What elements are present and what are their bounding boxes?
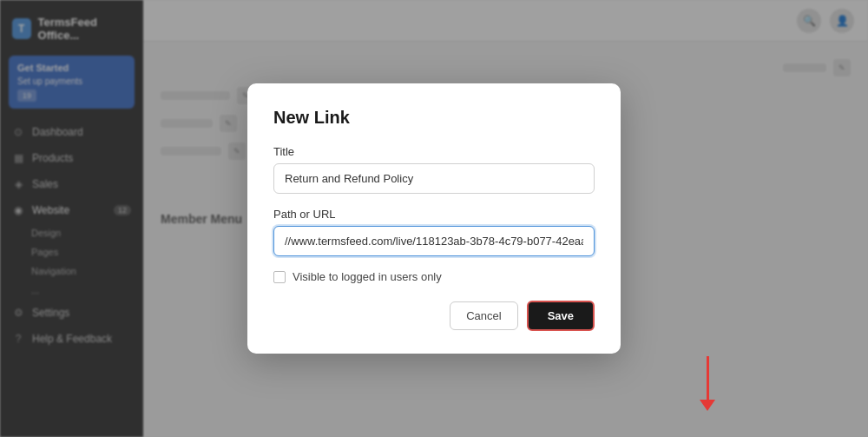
visible-checkbox[interactable]: [273, 271, 286, 283]
url-input[interactable]: [273, 226, 595, 256]
title-form-group: Title: [273, 145, 595, 194]
checkbox-label: Visible to logged in users only: [293, 270, 442, 283]
checkbox-row: Visible to logged in users only: [273, 270, 595, 283]
modal-overlay: New Link Title Path or URL Visible to lo…: [0, 0, 868, 437]
new-link-modal: New Link Title Path or URL Visible to lo…: [247, 83, 621, 354]
title-input[interactable]: [273, 163, 595, 194]
save-button[interactable]: Save: [527, 301, 595, 331]
url-form-group: Path or URL: [273, 208, 595, 256]
cancel-button[interactable]: Cancel: [450, 301, 517, 330]
modal-footer: Cancel Save: [273, 301, 595, 331]
title-label: Title: [273, 145, 595, 158]
url-label: Path or URL: [273, 208, 595, 221]
arrow-annotation: [700, 356, 715, 411]
modal-title: New Link: [273, 108, 595, 128]
